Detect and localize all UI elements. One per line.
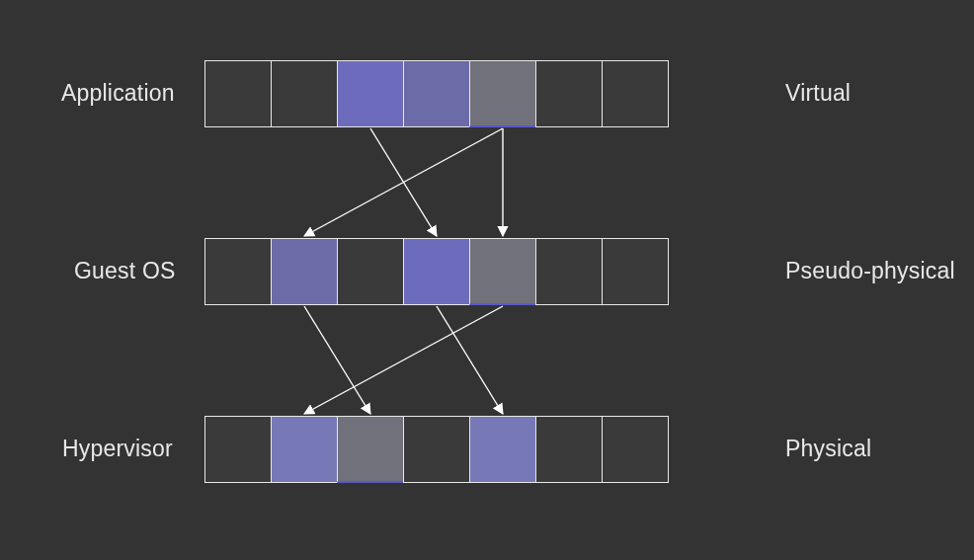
cell-highlight (403, 60, 470, 127)
cell (403, 416, 470, 483)
cell-highlight (337, 416, 404, 483)
cell (535, 238, 603, 305)
mapping-arrow (304, 306, 503, 414)
mapping-arrow (370, 128, 437, 236)
cell (535, 60, 603, 127)
cell (602, 416, 669, 483)
cell (535, 416, 603, 483)
cell-highlight (469, 60, 536, 127)
row0-left-label: Application (61, 80, 175, 107)
row1-left-label: Guest OS (74, 258, 176, 284)
row-physical (204, 416, 669, 483)
row0-right-label: Virtual (785, 80, 851, 107)
cell (271, 60, 338, 127)
mapping-arrow (304, 306, 370, 414)
cell-highlight (337, 60, 404, 127)
cell-highlight (469, 238, 536, 305)
cell (204, 60, 272, 127)
mapping-arrow (437, 306, 503, 414)
cell (204, 416, 272, 483)
row1-right-label: Pseudo-physical (785, 258, 955, 284)
row-virtual (204, 60, 669, 127)
row-pseudo-physical (204, 238, 669, 305)
cell-highlight (271, 416, 338, 483)
cell (337, 238, 404, 305)
diagram-stage: Application Virtual Guest OS Pseudo-phys… (0, 0, 974, 560)
mapping-arrow (304, 128, 503, 236)
cell-highlight (403, 238, 470, 305)
cell (204, 238, 272, 305)
cell (602, 60, 669, 127)
cell (602, 238, 669, 305)
row2-left-label: Hypervisor (62, 436, 173, 462)
cell-highlight (469, 416, 536, 483)
row2-right-label: Physical (785, 436, 871, 462)
cell-highlight (271, 238, 338, 305)
